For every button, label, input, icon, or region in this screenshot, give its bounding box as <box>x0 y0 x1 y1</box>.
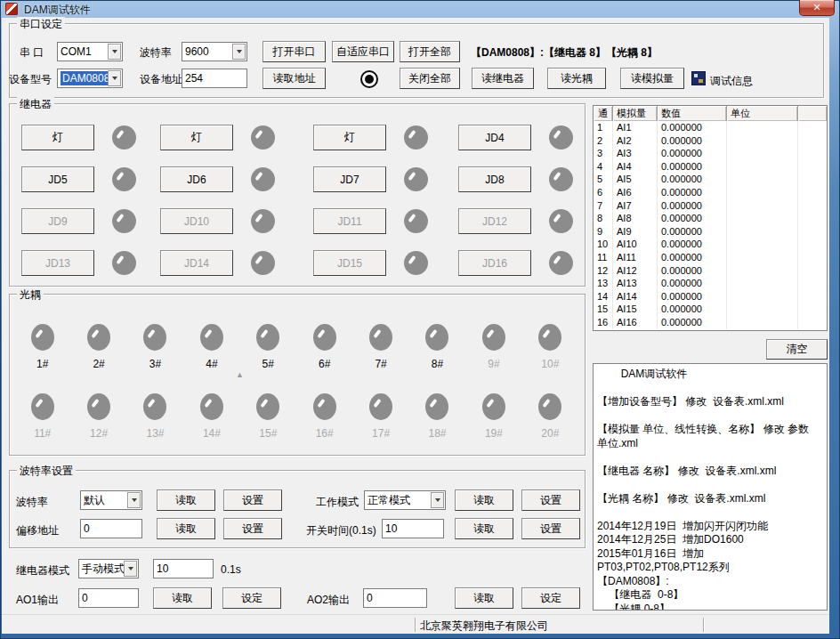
relay-button[interactable]: JD8 <box>458 166 531 192</box>
relay-led-indicator <box>404 167 428 191</box>
relay-button[interactable]: JD12 <box>458 208 531 234</box>
opto-item: 11# <box>14 393 70 440</box>
analog-table-row[interactable]: 9 AI9 0.000000 <box>594 225 827 239</box>
relay-mode-dropdown-arrow-icon[interactable] <box>124 561 137 577</box>
relay-button[interactable]: JD7 <box>313 166 386 192</box>
analog-table-row[interactable]: 1 AI1 0.000000 <box>594 121 827 134</box>
opto-led-indicator <box>369 324 392 351</box>
relay-button[interactable]: 灯 <box>21 125 94 150</box>
read-relay-button[interactable]: 读继电器 <box>472 68 534 89</box>
analog-table-row[interactable]: 12 AI12 0.000000 <box>594 264 827 278</box>
opto-led-indicator <box>143 324 166 351</box>
relay-mode-combobox[interactable]: 手动模式 <box>78 559 139 578</box>
relay-button[interactable]: 灯 <box>313 125 386 150</box>
close-button[interactable]: ✕ <box>799 0 835 16</box>
read-address-button[interactable]: 读取地址 <box>262 68 326 89</box>
ao1-read-button[interactable]: 读取 <box>153 587 212 609</box>
baudrate-dropdown-arrow-icon[interactable] <box>127 492 141 508</box>
relay-button[interactable]: JD5 <box>21 166 94 192</box>
col-filler <box>798 106 827 121</box>
col-value[interactable]: 数值 <box>658 106 727 121</box>
workmode-read-button[interactable]: 读取 <box>455 489 513 511</box>
relay-cell: JD4 <box>458 125 578 150</box>
addr-label: 设备地址 <box>140 72 182 87</box>
model-dropdown-arrow-icon[interactable] <box>108 70 121 86</box>
statusbar-divider <box>415 618 416 632</box>
analog-table-row[interactable]: 13 AI13 0.000000 <box>594 277 827 290</box>
baudrate-read-button[interactable]: 读取 <box>157 489 215 511</box>
switch-set-button[interactable]: 设置 <box>521 518 580 539</box>
analog-table-row[interactable]: 4 AI4 0.000000 <box>594 160 827 174</box>
adaptive-port-button[interactable]: 自适应串口 <box>332 41 394 62</box>
model-combobox[interactable]: DAM0808 <box>57 69 123 88</box>
ao1-input[interactable]: 0 <box>78 588 139 608</box>
open-port-button[interactable]: 打开串口 <box>262 41 326 62</box>
workmode-set-button[interactable]: 设置 <box>521 489 580 511</box>
switch-read-button[interactable]: 读取 <box>455 518 513 539</box>
switch-time-input[interactable]: 10 <box>382 519 444 538</box>
opto-led-indicator <box>538 324 561 351</box>
relay-button[interactable]: JD11 <box>313 208 386 234</box>
analog-table-row[interactable]: 16 AI16 0.000000 <box>594 316 827 329</box>
offset-input[interactable]: 0 <box>80 519 142 538</box>
relay-button[interactable]: JD14 <box>160 250 233 276</box>
relay-cell: JD7 <box>313 166 458 192</box>
analog-table-row[interactable]: 7 AI7 0.000000 <box>594 199 827 213</box>
col-unit[interactable]: 单位 <box>727 106 798 121</box>
analog-table-row[interactable]: 5 AI5 0.000000 <box>594 173 827 186</box>
relay-button[interactable]: 灯 <box>160 125 233 150</box>
analog-table-row[interactable]: 14 AI14 0.000000 <box>594 290 827 303</box>
port-combobox[interactable]: COM1 <box>57 42 123 61</box>
analog-table-row[interactable]: 2 AI2 0.000000 <box>594 134 827 148</box>
ao1-set-button[interactable]: 设定 <box>222 587 281 609</box>
debug-info-icon[interactable] <box>692 72 705 85</box>
relay-button[interactable]: JD6 <box>160 166 233 192</box>
opto-item: 20# <box>522 393 578 440</box>
port-dropdown-arrow-icon[interactable] <box>108 44 121 60</box>
opto-item: 18# <box>409 393 465 440</box>
analog-table-row[interactable]: 8 AI8 0.000000 <box>594 212 827 225</box>
col-channel[interactable]: 通 <box>594 106 613 121</box>
relay-button[interactable]: JD4 <box>458 125 531 150</box>
opto-item: 17# <box>352 393 408 440</box>
statusbar-divider <box>703 618 705 632</box>
relay-button[interactable]: JD10 <box>160 208 233 234</box>
ao2-read-button[interactable]: 读取 <box>455 587 513 609</box>
opto-item: 13# <box>127 393 183 440</box>
relay-led-indicator <box>549 251 573 275</box>
col-name[interactable]: 模拟量 <box>613 106 658 121</box>
ao2-input[interactable]: 0 <box>363 588 427 608</box>
open-all-button[interactable]: 打开全部 <box>400 41 460 62</box>
baudrate-combobox[interactable]: 默认 <box>80 490 142 510</box>
offset-set-button[interactable]: 设置 <box>223 518 282 539</box>
ao2-set-button[interactable]: 设定 <box>521 587 580 609</box>
analog-table-row[interactable]: 15 AI15 0.000000 <box>594 303 827 316</box>
baud-combobox[interactable]: 9600 <box>182 42 247 61</box>
relay-button[interactable]: JD9 <box>21 208 94 234</box>
scroll-up-icon[interactable]: ▲ <box>236 370 244 379</box>
opto-label: 18# <box>428 427 446 440</box>
opto-label: 10# <box>541 358 559 370</box>
log-textarea[interactable]: DAM调试软件 【增加设备型号】 修改 设备表.xml.xml 【模拟量 单位、… <box>593 363 828 611</box>
workmode-dropdown-arrow-icon[interactable] <box>431 492 444 508</box>
device-address-input[interactable]: 254 <box>182 69 247 88</box>
baud-dropdown-arrow-icon[interactable] <box>232 44 246 60</box>
analog-table-row[interactable]: 10 AI10 0.000000 <box>594 238 827 251</box>
read-opto-button[interactable]: 读光耦 <box>547 68 606 89</box>
offset-read-button[interactable]: 读取 <box>157 518 215 539</box>
analog-table-row[interactable]: 6 AI6 0.000000 <box>594 186 827 199</box>
close-all-button[interactable]: 关闭全部 <box>400 68 460 89</box>
port-status-led-icon <box>360 70 378 88</box>
workmode-combobox[interactable]: 正常模式 <box>364 490 446 510</box>
analog-table: 通 模拟量 数值 单位 1 AI1 0.000000 2 AI2 0.00 <box>593 105 828 331</box>
clear-log-button[interactable]: 清空 <box>766 339 828 360</box>
relay-button[interactable]: JD13 <box>21 250 94 276</box>
analog-table-row[interactable]: 3 AI3 0.000000 <box>594 147 827 160</box>
analog-table-row[interactable]: 11 AI11 0.000000 <box>594 251 827 264</box>
relay-button[interactable]: JD16 <box>458 250 531 276</box>
baudrate-set-button[interactable]: 设置 <box>223 489 282 511</box>
read-analog-button[interactable]: 读模拟量 <box>620 68 684 89</box>
opto-label: 1# <box>36 358 48 370</box>
relay-time-input[interactable]: 10 <box>153 559 214 578</box>
relay-button[interactable]: JD15 <box>313 250 386 276</box>
